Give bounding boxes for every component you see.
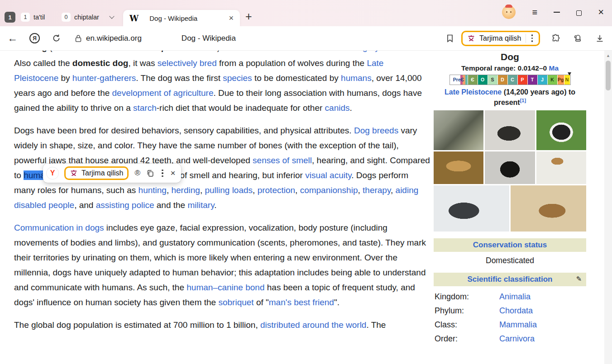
back-icon[interactable]: ← — [7, 32, 18, 44]
avatar[interactable] — [502, 5, 516, 19]
photo-golden-retriever-swimming[interactable] — [434, 151, 483, 184]
more-options-icon[interactable] — [160, 170, 165, 177]
maximize-icon[interactable] — [576, 9, 582, 16]
scrollbar-thumb[interactable] — [606, 61, 611, 90]
wiki-link[interactable]: starch — [133, 103, 157, 113]
wiki-link[interactable]: man's best friend — [269, 298, 334, 307]
circled-r-icon[interactable]: ® — [134, 169, 140, 178]
infobox: Dog Temporal range: 0.0142–0 Ma PreЄЄOSD… — [434, 51, 586, 364]
close-tab-icon[interactable]: × — [229, 14, 234, 23]
photo-dogs-on-beach[interactable] — [511, 185, 586, 232]
taxon-link[interactable]: Mammalia — [499, 320, 537, 330]
wiki-link[interactable]: human–canine bond — [186, 283, 264, 292]
yandex-home-icon[interactable]: Я — [29, 33, 40, 43]
timescale-period-D[interactable]: D — [498, 75, 508, 85]
timescale-period-N[interactable]: N — [564, 75, 570, 85]
paragraph: The global dog population is estimated a… — [14, 317, 430, 332]
taxon-link[interactable]: Carnivora — [499, 334, 535, 344]
taxon-link[interactable]: Chordata — [499, 306, 533, 316]
photo-huskies-in-snow[interactable] — [434, 185, 509, 232]
timescale-period-J[interactable]: J — [538, 75, 548, 85]
wiki-link[interactable]: military — [187, 200, 214, 210]
timescale-period-C[interactable]: C — [508, 75, 518, 85]
wiki-link[interactable]: hunter-gatherers — [72, 73, 136, 83]
timescale-period-S[interactable]: S — [488, 75, 498, 85]
wiki-link[interactable]: therapy — [363, 185, 391, 195]
timescale-period-P[interactable]: P — [518, 75, 528, 85]
close-window-icon[interactable]: × — [598, 8, 604, 17]
text-run: , — [358, 185, 363, 195]
text-run: Canis familiaris — [52, 51, 115, 52]
reload-icon[interactable] — [52, 33, 61, 43]
taxon-link[interactable]: Animalia — [499, 292, 531, 302]
photo-black-and-white-dog[interactable] — [485, 110, 535, 150]
yandex-search-icon[interactable]: Y — [47, 167, 58, 179]
text-run: Also called the — [14, 58, 72, 68]
extensions-puzzle-icon[interactable] — [551, 33, 561, 43]
timescale-period-K[interactable]: K — [548, 75, 558, 85]
toolbar-translate-button[interactable]: Tarjima qilish — [461, 31, 540, 46]
scrollbar[interactable]: ▲ — [604, 51, 612, 364]
timescale-period-Pg[interactable]: Pg — [558, 75, 564, 85]
wiki-link[interactable]: protection — [258, 185, 295, 195]
wiki-link[interactable]: distributed around the world — [260, 320, 366, 330]
text-run: (14,200 years ago) to present — [494, 88, 575, 106]
copy-icon[interactable] — [146, 169, 154, 177]
wiki-link[interactable]: Late Pleistocene — [445, 88, 502, 96]
wiki-link[interactable]: pulling loads — [205, 185, 253, 195]
tab-chiptalar[interactable]: 0 chiptalar — [57, 11, 104, 24]
popup-translate-button[interactable]: Tarjima qilish — [64, 166, 129, 180]
tab-tatil[interactable]: 1 ta'til — [16, 11, 49, 24]
more-options-icon[interactable] — [530, 34, 535, 42]
wiki-link[interactable]: Dog breeds — [354, 126, 398, 135]
wiki-link[interactable]: canids — [325, 103, 350, 113]
tab-group-badge[interactable]: 1 — [5, 12, 15, 23]
photo-white-tan-terrier[interactable] — [536, 151, 586, 184]
translate-label: Tarjima qilish — [81, 169, 123, 177]
photo-black-labrador[interactable] — [485, 151, 535, 184]
edit-icon[interactable]: ✎ — [576, 275, 582, 283]
wiki-link[interactable]: Communication in dogs — [14, 223, 104, 232]
wiki-link[interactable]: humans — [341, 73, 372, 83]
url-host[interactable]: en.wikipedia.org — [86, 34, 142, 43]
wiki-link[interactable]: [1] — [520, 98, 526, 103]
timescale-period-Є[interactable]: Є — [468, 75, 478, 85]
classification-header-bar: Scientific classification ✎ — [434, 273, 586, 286]
wiki-link[interactable]: assisting police — [96, 200, 154, 210]
page-content: The dog (Canis familiaris or Canis lupus… — [0, 51, 612, 364]
wiki-link[interactable]: selectively bred — [158, 58, 217, 68]
timescale-period-T[interactable]: T — [528, 75, 538, 85]
wiki-link[interactable]: gray wolf — [363, 51, 397, 52]
classification-header[interactable]: Scientific classification — [467, 275, 552, 284]
new-tab-button[interactable]: + — [245, 10, 252, 23]
wiki-link[interactable]: senses of smell — [253, 156, 312, 165]
taxonomy-row: Phylum:Chordata — [434, 304, 586, 318]
timescale-period-O[interactable]: O — [478, 75, 488, 85]
bookmark-icon[interactable] — [446, 34, 454, 43]
wiki-link[interactable]: development of agriculture — [112, 88, 214, 98]
address-bar-page-title[interactable]: Dog - Wikipedia — [182, 34, 236, 43]
minimize-icon[interactable] — [554, 8, 560, 17]
menu-icon[interactable]: ≡ — [532, 7, 537, 18]
scroll-up-icon[interactable]: ▲ — [604, 51, 612, 58]
wiki-link[interactable]: herding — [171, 185, 200, 195]
photo-gray-merle-dog[interactable] — [434, 110, 483, 150]
download-icon[interactable] — [595, 33, 605, 43]
text-run: -rich diet that would be inadequate for … — [157, 103, 325, 113]
conservation-status-header[interactable]: Conservation status — [434, 238, 586, 252]
chevron-down-icon[interactable] — [108, 14, 116, 22]
wiki-link[interactable]: sobriquet — [218, 298, 253, 307]
text-run: , — [253, 185, 258, 195]
mitten-icon[interactable] — [573, 33, 583, 43]
wiki-link[interactable]: hunting — [139, 185, 167, 195]
wiki-link[interactable]: Ma — [549, 64, 559, 72]
close-popup-icon[interactable]: × — [171, 168, 176, 178]
wiki-link[interactable]: companionship — [300, 185, 358, 195]
timescale-period-PreЄ[interactable]: PreЄ — [450, 75, 468, 85]
wiki-link[interactable]: visual acuity — [305, 170, 351, 180]
active-tab[interactable]: W Dog - Wikipedia × — [123, 10, 240, 26]
photo-longhaired-black-white-dog[interactable] — [536, 110, 586, 150]
wiki-link[interactable]: species — [223, 73, 252, 83]
text-run: by — [58, 73, 72, 83]
window-controls: ≡ × — [502, 5, 604, 19]
